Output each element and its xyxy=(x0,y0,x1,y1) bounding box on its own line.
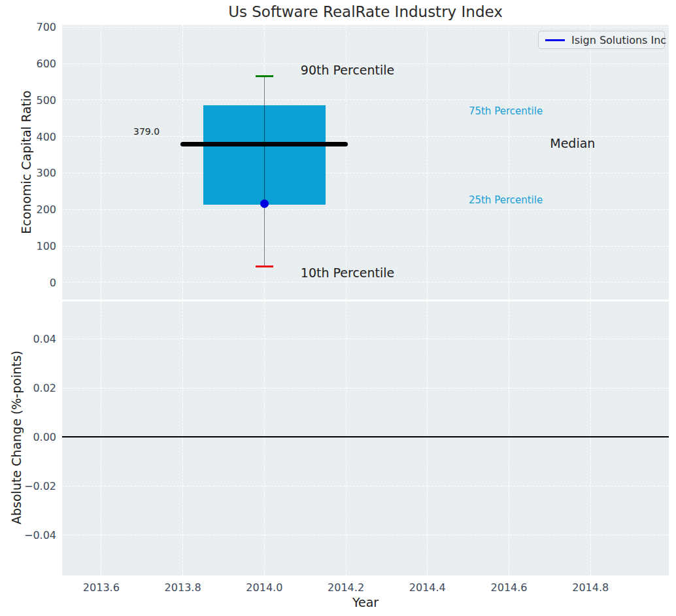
y-axis-label-bottom: Absolute Change (%-points) xyxy=(9,351,24,524)
gridline-vertical xyxy=(590,25,591,299)
y-tick-label: 200 xyxy=(36,203,56,216)
gridline-horizontal xyxy=(62,535,669,536)
legend: Isign Solutions Inc xyxy=(538,31,665,49)
annotation-75th-percentile: 75th Percentile xyxy=(469,105,543,117)
chart-title: Us Software RealRate Industry Index xyxy=(62,3,669,20)
gridline-horizontal xyxy=(62,388,669,388)
axes-top: 90th Percentile75th PercentileMedian25th… xyxy=(62,25,669,299)
annotation-90th-percentile: 90th Percentile xyxy=(301,63,394,77)
y-tick-label: −0.04 xyxy=(24,529,56,541)
zero-line xyxy=(62,436,669,437)
gridline-horizontal xyxy=(62,27,669,27)
annotation-25th-percentile: 25th Percentile xyxy=(469,194,543,206)
y-tick-label: 100 xyxy=(36,240,56,252)
y-tick-label: 400 xyxy=(36,130,56,143)
x-tick-label: 2014.0 xyxy=(246,581,282,594)
gridline-vertical xyxy=(101,25,101,299)
y-tick-label: 700 xyxy=(36,21,56,33)
annotation-379.0: 379.0 xyxy=(133,126,160,137)
y-tick-label: 500 xyxy=(36,94,56,106)
x-tick-label: 2014.4 xyxy=(409,581,446,594)
axes-bottom xyxy=(62,301,669,575)
cap-10th-percentile xyxy=(256,265,273,267)
annotation-10th-percentile: 10th Percentile xyxy=(301,265,394,280)
gridline-vertical xyxy=(182,25,183,299)
legend-line-sample xyxy=(545,39,565,41)
company-point xyxy=(260,199,269,208)
y-axis-label-top: Economic Capital Ratio xyxy=(19,90,33,233)
annotation-median: Median xyxy=(550,136,595,150)
y-tick-label: 600 xyxy=(36,58,56,70)
gridline-vertical xyxy=(509,25,509,299)
gridline-horizontal xyxy=(62,99,669,100)
legend-label: Isign Solutions Inc xyxy=(571,34,666,46)
figure: Us Software RealRate Industry Index 90th… xyxy=(0,0,676,616)
x-tick-label: 2014.6 xyxy=(491,581,528,594)
y-tick-label: 0.04 xyxy=(33,333,56,345)
y-tick-label: −0.02 xyxy=(24,480,56,492)
gridline-horizontal xyxy=(62,339,669,339)
y-tick-label: 0.02 xyxy=(33,382,56,394)
y-tick-label: 0.00 xyxy=(33,431,56,443)
cap-90th-percentile xyxy=(256,75,273,77)
gridline-horizontal xyxy=(62,282,669,282)
x-axis-label: Year xyxy=(352,595,379,609)
y-tick-label: 0 xyxy=(50,276,56,288)
x-tick-label: 2014.2 xyxy=(328,581,364,594)
gridline-horizontal xyxy=(62,209,669,210)
gridline-horizontal xyxy=(62,486,669,487)
whisker-line xyxy=(264,77,265,267)
gridline-horizontal xyxy=(62,246,669,247)
x-tick-label: 2014.8 xyxy=(572,581,609,594)
gridline-horizontal xyxy=(62,173,669,173)
median-line xyxy=(180,142,348,146)
y-tick-label: 300 xyxy=(36,167,56,179)
x-tick-label: 2013.6 xyxy=(83,581,120,594)
x-tick-label: 2013.8 xyxy=(165,581,201,594)
gridline-vertical xyxy=(427,25,428,299)
